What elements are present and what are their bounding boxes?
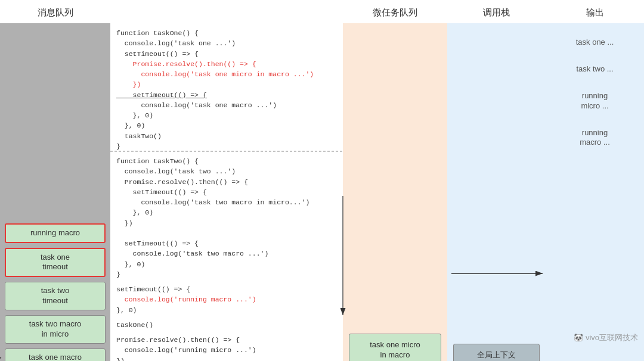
- code-block-3: setTimeout(() => { console.log('running …: [116, 284, 337, 315]
- code-block-2: function taskTwo() { console.log('task t…: [116, 156, 337, 279]
- code-line: setTimeout(() => {: [116, 187, 337, 197]
- code-block-5: Promise.resolve().then(() => { console.l…: [116, 335, 337, 361]
- code-line: }): [116, 79, 337, 89]
- headers-row: 消息队列 微任务队列 调用栈 输出: [0, 0, 644, 23]
- code-line: }, 0): [116, 305, 337, 315]
- code-line: console.log('running micro ...'): [116, 345, 337, 355]
- code-line: }: [116, 141, 337, 151]
- code-line: setTimeout(() => {: [116, 49, 337, 59]
- list-item: task onetimeout: [5, 248, 106, 278]
- list-item: task one microin macro: [349, 334, 441, 361]
- list-item: 全局上下文: [453, 344, 540, 361]
- main-container: 消息队列 微任务队列 调用栈 输出 running macro task one…: [0, 0, 644, 361]
- header-output: 输出: [546, 7, 644, 18]
- code-line: }, 0): [116, 207, 337, 217]
- code-line: Promise.resolve().then(() => {: [116, 335, 337, 345]
- code-line: Promise.resolve().then(() => {: [116, 59, 337, 69]
- code-line: setTimeout(() => {: [116, 284, 337, 294]
- code-block-4: taskOne(): [116, 320, 337, 330]
- code-line: }: [116, 269, 337, 279]
- code-column: function taskOne() { console.log('task o…: [110, 23, 343, 361]
- code-line: }, 0): [116, 110, 337, 120]
- header-code: [110, 7, 343, 18]
- list-item: runningmicro ...: [552, 85, 638, 117]
- code-line: [116, 228, 337, 238]
- content-row: running macro task onetimeout task twoti…: [0, 23, 644, 361]
- code-line: function taskOne() {: [116, 28, 337, 38]
- watermark-text: 🐼 vivo互联网技术: [574, 332, 638, 343]
- list-item: task one ...: [552, 32, 638, 54]
- header-message-queue: 消息队列: [0, 7, 110, 18]
- header-micro-queue: 微任务队列: [343, 7, 447, 18]
- code-line: console.log('task one micro in macro ...…: [116, 69, 337, 79]
- list-item: task one macro: [5, 348, 106, 361]
- code-line: console.log('running macro ...'): [116, 294, 337, 304]
- code-line: function taskTwo() {: [116, 156, 337, 166]
- micro-task-queue-column: task one microin macro: [343, 23, 447, 361]
- header-call-stack: 调用栈: [447, 7, 546, 18]
- list-item: task two macroin micro: [5, 315, 106, 344]
- code-line: console.log('task two ...'): [116, 166, 337, 176]
- output-column: task one ... task two ... runningmicro .…: [546, 23, 644, 361]
- list-item: task twotimeout: [5, 282, 106, 310]
- call-stack-column: 全局上下文: [447, 23, 546, 361]
- code-line: }): [116, 356, 337, 362]
- message-queue-column: running macro task onetimeout task twoti…: [0, 23, 110, 361]
- code-line: console.log('task two macro in micro...'…: [116, 197, 337, 207]
- code-line: taskOne(): [116, 320, 337, 330]
- list-item: running macro: [5, 223, 106, 243]
- code-line: }, 0): [116, 259, 337, 269]
- code-line: console.log('task one ...'): [116, 38, 337, 48]
- code-line: setTimeout(() => {: [116, 90, 337, 100]
- code-line: console.log('task two macro ...'): [116, 248, 337, 259]
- code-block-1: function taskOne() { console.log('task o…: [116, 28, 337, 151]
- code-line: setTimeout(() => {: [116, 238, 337, 248]
- code-line: Promise.resolve().then(() => {: [116, 177, 337, 187]
- code-line: console.log('task one macro ...'): [116, 100, 337, 110]
- list-item: runningmacro ...: [552, 122, 638, 154]
- list-item: task two ...: [552, 58, 638, 80]
- code-line: taskTwo(): [116, 131, 337, 141]
- code-line: }, 0): [116, 120, 337, 130]
- code-line: }): [116, 218, 337, 228]
